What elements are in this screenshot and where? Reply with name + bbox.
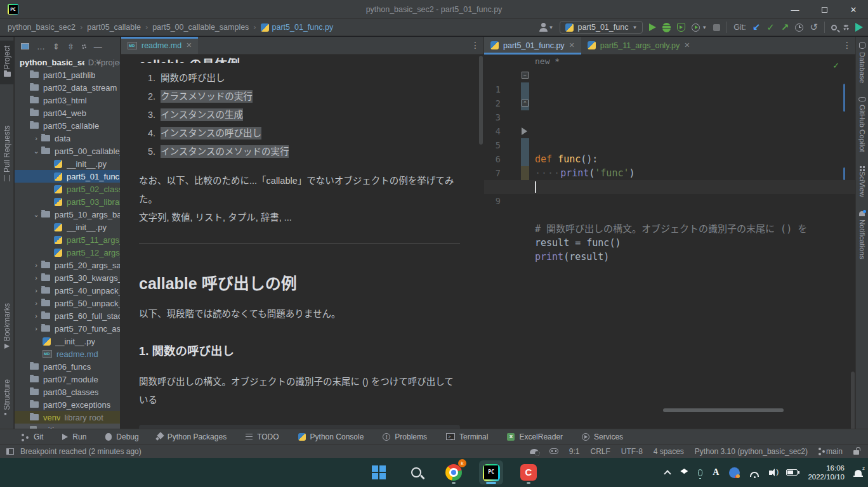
profiler-button[interactable]: ▼ — [692, 23, 707, 32]
taskbar-camtasia-button[interactable]: C — [516, 460, 541, 484]
tree-item[interactable]: ⌄ part5_00_callable_samples — [15, 145, 120, 157]
line-number[interactable]: 9 — [484, 194, 501, 208]
collapse-all-icon[interactable]: ⇳ — [67, 42, 74, 51]
tree-item[interactable]: part02_data_stream — [15, 81, 120, 94]
horizontal-scrollbar[interactable] — [663, 408, 784, 412]
tree-item[interactable]: __init__.py — [15, 335, 120, 347]
status-message[interactable]: Breakpoint reached (2 minutes ago) — [20, 447, 141, 456]
breadcrumb-item[interactable]: part5_00_callable_samples — [152, 23, 249, 32]
code-line[interactable]: 3 ⌃ ····return 1 — [484, 96, 855, 110]
menu-item[interactable] — [109, 8, 120, 11]
menu-item[interactable] — [122, 8, 134, 11]
line-ending[interactable]: CRLF — [590, 447, 610, 456]
menu-item[interactable] — [53, 8, 64, 11]
tree-item[interactable]: part06_funcs — [15, 360, 120, 373]
code-with-me-icon[interactable] — [855, 23, 863, 32]
tree-item[interactable]: › part5_30_kwargs_defaul — [15, 271, 120, 284]
python-interpreter[interactable]: Python 3.10 (python_basic_sec2) — [695, 447, 808, 456]
tool-tab[interactable]: SciView — [858, 166, 866, 197]
run-with-coverage-button[interactable] — [677, 23, 685, 32]
tool-window-button[interactable]: ExcelReader — [507, 432, 563, 441]
code-line[interactable]: 5 − — [484, 124, 855, 138]
menu-item[interactable] — [25, 8, 36, 11]
run-button[interactable] — [649, 23, 656, 31]
code-line[interactable]: 8 − print(result) — [484, 166, 855, 180]
maximize-button[interactable] — [810, 0, 839, 19]
tree-chevron-icon[interactable]: ⌄ — [31, 147, 41, 155]
git-update-button[interactable]: ↙ — [753, 22, 761, 33]
tray-overflow-chevron-icon[interactable] — [664, 470, 671, 477]
breadcrumb-item[interactable]: python_basic_sec2 — [8, 23, 76, 32]
caret-position[interactable]: 9:1 — [569, 447, 580, 456]
hide-tool-window-icon[interactable]: — — [94, 42, 102, 51]
dropbox-icon[interactable] — [680, 469, 688, 476]
tool-window-button[interactable]: TODO — [246, 432, 279, 441]
close-tab-icon[interactable]: ✕ — [186, 41, 192, 49]
tree-item[interactable]: part08_classes — [15, 386, 120, 398]
tree-item[interactable]: ⌄ part5_10_args_basic — [15, 208, 120, 221]
tool-tab[interactable]: Notifications — [858, 211, 866, 259]
cloud-sync-icon[interactable] — [530, 449, 539, 454]
expand-all-icon[interactable]: ⇕ — [53, 42, 60, 51]
menu-item[interactable] — [39, 8, 50, 11]
run-gutter-icon[interactable] — [522, 127, 527, 135]
code-editor[interactable]: new * ✓ 1 − def func(): 2 − — [484, 55, 855, 429]
select-opened-file-icon[interactable] — [21, 43, 29, 49]
code-line[interactable]: 2 − ····print('func') — [484, 82, 855, 96]
debug-button[interactable] — [662, 23, 671, 32]
layout-icon[interactable] — [6, 448, 14, 455]
fold-marker-icon[interactable]: ⌃ — [522, 100, 529, 107]
menu-item[interactable] — [150, 8, 162, 11]
tree-item[interactable]: .gitignore — [15, 424, 120, 429]
menu-item[interactable] — [81, 8, 92, 11]
tool-window-button[interactable]: Problems — [383, 432, 427, 441]
code-line[interactable]: 6 − # 関数呼び出しの構文。オブジェクトの識別子の末尾に () を — [484, 138, 855, 152]
taskbar-chrome-button[interactable]: k — [442, 460, 466, 484]
tree-item[interactable]: part07_module — [15, 373, 120, 386]
git-commit-button[interactable]: ✓ — [766, 22, 775, 33]
code-line[interactable]: 9 − — [484, 180, 855, 194]
file-encoding[interactable]: UTF-8 — [621, 447, 643, 456]
editor-tab[interactable]: part5_01_func.py ✕ — [484, 37, 581, 54]
project-settings-gear-icon[interactable] — [82, 44, 86, 49]
tool-tab[interactable]: GitHub Copilot — [858, 97, 866, 152]
tree-item[interactable]: › part5_40_unpack_param — [15, 284, 120, 297]
tool-window-button[interactable]: Services — [582, 432, 623, 441]
settings-gear-icon[interactable] — [843, 25, 849, 30]
indent-setting[interactable]: 4 spaces — [654, 447, 684, 456]
tab-readme-md[interactable]: readme.md ✕ — [121, 37, 198, 54]
minimize-button[interactable]: — — [780, 0, 810, 19]
tool-window-button[interactable]: Run — [62, 432, 86, 441]
lock-icon[interactable] — [853, 450, 859, 455]
tree-chevron-icon[interactable]: ⌄ — [31, 211, 41, 219]
git-branch-widget[interactable]: main — [819, 447, 843, 456]
menu-item[interactable] — [95, 8, 106, 11]
battery-icon[interactable] — [786, 469, 798, 476]
taskbar-pycharm-button[interactable]: PC — [479, 460, 503, 484]
wifi-icon[interactable] — [750, 472, 759, 477]
tree-item[interactable]: part04_web — [15, 107, 120, 119]
tool-tab-bookmarks[interactable]: Bookmarks — [0, 303, 14, 351]
code-vision-inlay[interactable]: new * — [484, 55, 855, 68]
menu-item[interactable] — [164, 8, 176, 11]
run-configuration-selector[interactable]: part5_01_func ▼ — [560, 21, 643, 34]
vertical-scrollbar[interactable] — [851, 372, 855, 429]
tree-item[interactable]: › part5_70_func_as_arg — [15, 322, 120, 335]
tree-item[interactable]: __init__.py — [15, 157, 120, 170]
git-push-button[interactable]: ↗ — [781, 22, 789, 33]
close-tab-icon[interactable]: ✕ — [569, 41, 575, 49]
tool-window-button[interactable]: Python Console — [298, 432, 364, 441]
tree-item[interactable]: readme.md — [15, 347, 120, 360]
tree-chevron-icon[interactable]: › — [31, 134, 41, 142]
tree-item[interactable]: part5_02_class.py — [15, 183, 120, 195]
tree-chevron-icon[interactable]: › — [31, 299, 41, 307]
code-line[interactable]: 4 − — [484, 110, 855, 124]
tool-window-button[interactable]: Terminal — [446, 432, 488, 441]
editor-tab[interactable]: part5_11_args_only.py ✕ — [581, 37, 697, 54]
app-tray-icon[interactable] — [729, 467, 740, 478]
tree-item[interactable]: › part5_50_unpack_argum — [15, 297, 120, 309]
tree-item[interactable]: part09_exceptions — [15, 398, 120, 411]
volume-icon[interactable] — [769, 471, 772, 475]
tree-item[interactable]: __init__.py — [15, 221, 120, 233]
markdown-scrollbar[interactable] — [479, 56, 483, 145]
